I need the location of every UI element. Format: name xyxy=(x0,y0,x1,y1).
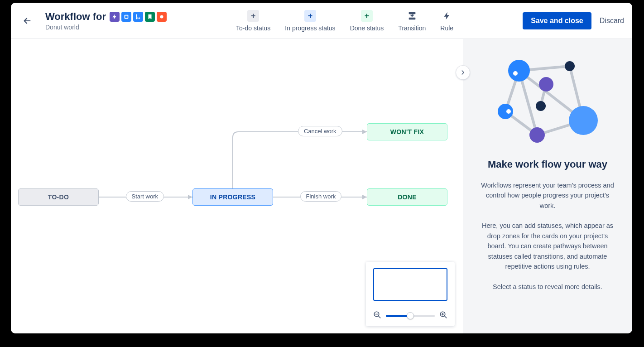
zoom-out-button[interactable] xyxy=(373,311,381,321)
minimap xyxy=(366,262,455,326)
tool-todo-status[interactable]: +To-do status xyxy=(236,10,270,32)
status-label: DONE xyxy=(398,193,417,201)
tool-label: In progress status xyxy=(285,24,335,32)
transition-label-finish[interactable]: Finish work xyxy=(300,191,342,202)
tool-rule[interactable]: Rule xyxy=(440,10,453,32)
status-node-todo[interactable]: TO-DO xyxy=(18,188,99,206)
chevron-right-icon xyxy=(460,69,466,76)
discard-button[interactable]: Discard xyxy=(600,17,624,25)
back-button[interactable] xyxy=(19,13,35,29)
tool-label: Rule xyxy=(440,24,453,32)
tool-label: Transition xyxy=(398,24,426,32)
status-label: IN PROGRESS xyxy=(210,193,256,201)
svg-point-4 xyxy=(160,15,163,18)
arrow-left-icon xyxy=(22,16,32,26)
svg-point-28 xyxy=(506,109,511,114)
page-title-prefix: Workflow for xyxy=(45,11,106,23)
status-node-wontfix[interactable]: WON'T FIX xyxy=(367,123,447,140)
zoom-in-button[interactable] xyxy=(439,311,447,321)
title-line: Workflow for xyxy=(45,11,167,23)
svg-line-8 xyxy=(378,316,380,318)
tool-label: Done status xyxy=(350,24,384,32)
zoom-in-icon xyxy=(439,311,447,319)
transition-text: Start work xyxy=(132,193,159,200)
workflow-editor-window: Workflow for Donut world +To-do status+I… xyxy=(11,3,632,333)
svg-point-1 xyxy=(136,14,137,15)
zoom-out-icon xyxy=(373,311,381,319)
info-panel: Make work flow your way Workflows repres… xyxy=(463,39,632,333)
header-actions: Save and close Discard xyxy=(523,12,624,29)
svg-rect-6 xyxy=(409,17,415,19)
zoom-thumb[interactable] xyxy=(407,312,414,319)
workflow-canvas[interactable]: TO-DOIN PROGRESSDONEWON'T FIXStart workF… xyxy=(11,39,463,333)
svg-point-23 xyxy=(513,71,518,76)
svg-point-30 xyxy=(569,106,598,135)
svg-point-3 xyxy=(139,17,140,19)
minimap-viewport[interactable] xyxy=(373,268,447,301)
bolt-icon xyxy=(110,12,120,22)
title-block: Workflow for Donut world xyxy=(45,11,167,31)
plus-icon xyxy=(406,10,418,22)
project-subtitle: Donut world xyxy=(45,24,167,31)
plus-icon: + xyxy=(304,10,316,22)
svg-point-2 xyxy=(136,18,137,19)
panel-paragraph-3: Select a status to reveal more details. xyxy=(493,282,602,292)
header-bar: Workflow for Donut world +To-do status+I… xyxy=(11,3,632,39)
svg-rect-0 xyxy=(125,15,128,18)
save-button[interactable]: Save and close xyxy=(523,12,591,29)
bookmark-icon xyxy=(145,12,155,22)
svg-point-22 xyxy=(508,60,530,82)
status-label: TO-DO xyxy=(48,193,69,201)
plus-icon xyxy=(441,10,453,22)
panel-paragraph-2: Here, you can add statuses, which appear… xyxy=(478,221,617,271)
panel-collapse-button[interactable] xyxy=(456,65,470,80)
status-node-done[interactable]: DONE xyxy=(367,188,447,206)
tool-label: To-do status xyxy=(236,24,270,32)
plus-icon: + xyxy=(361,10,373,22)
svg-point-25 xyxy=(539,77,553,92)
tool-transition[interactable]: Transition xyxy=(398,10,426,32)
status-toolbar: +To-do status+In progress status+Done st… xyxy=(167,10,523,32)
transition-label-start[interactable]: Start work xyxy=(126,191,164,202)
transition-text: Cancel work xyxy=(304,128,336,135)
branch-icon xyxy=(133,12,143,22)
svg-point-26 xyxy=(536,101,546,111)
editor-body: TO-DOIN PROGRESSDONEWON'T FIXStart workF… xyxy=(11,39,632,333)
tool-in-progress-status[interactable]: +In progress status xyxy=(285,10,335,32)
square-icon xyxy=(121,12,131,22)
status-label: WON'T FIX xyxy=(390,128,424,135)
panel-heading: Make work flow your way xyxy=(488,159,607,170)
zoom-controls xyxy=(373,311,447,321)
workflow-illustration xyxy=(495,57,600,152)
panel-paragraph-1: Workflows represent your team's process … xyxy=(478,180,617,211)
svg-line-11 xyxy=(444,316,447,318)
plus-icon: + xyxy=(247,10,259,22)
project-badges xyxy=(110,12,167,22)
tool-done-status[interactable]: +Done status xyxy=(350,10,384,32)
svg-point-24 xyxy=(565,61,575,71)
circle-icon xyxy=(157,12,167,22)
svg-point-29 xyxy=(529,127,545,143)
status-node-inprogress[interactable]: IN PROGRESS xyxy=(192,188,273,206)
transition-text: Finish work xyxy=(306,193,336,200)
transition-label-cancel[interactable]: Cancel work xyxy=(298,126,342,136)
zoom-slider[interactable] xyxy=(386,312,435,320)
